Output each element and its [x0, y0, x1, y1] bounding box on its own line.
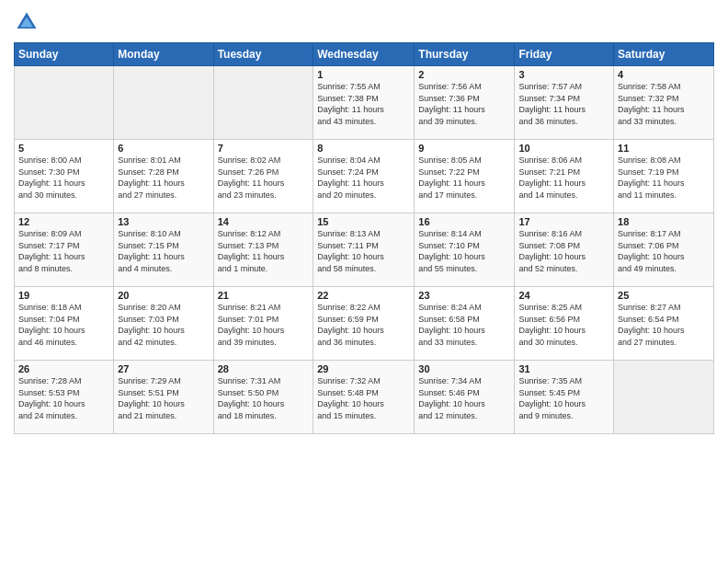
calendar-cell — [614, 361, 714, 434]
day-number: 11 — [618, 143, 710, 154]
calendar-cell: 12Sunrise: 8:09 AM Sunset: 7:17 PM Dayli… — [15, 213, 114, 287]
calendar-cell: 3Sunrise: 7:57 AM Sunset: 7:34 PM Daylig… — [515, 66, 614, 140]
day-info: Sunrise: 7:35 AM Sunset: 5:45 PM Dayligh… — [518, 375, 609, 421]
day-number: 22 — [317, 290, 410, 301]
calendar-cell: 24Sunrise: 8:25 AM Sunset: 6:56 PM Dayli… — [515, 287, 614, 361]
day-number: 6 — [118, 143, 209, 154]
day-info: Sunrise: 8:17 AM Sunset: 7:06 PM Dayligh… — [618, 228, 710, 274]
day-info: Sunrise: 7:32 AM Sunset: 5:48 PM Dayligh… — [317, 375, 410, 421]
day-info: Sunrise: 8:16 AM Sunset: 7:08 PM Dayligh… — [518, 228, 609, 274]
day-info: Sunrise: 8:21 AM Sunset: 7:01 PM Dayligh… — [218, 302, 310, 348]
day-number: 2 — [418, 69, 510, 80]
weekday-header-row: SundayMondayTuesdayWednesdayThursdayFrid… — [15, 43, 714, 66]
week-row-1: 1Sunrise: 7:55 AM Sunset: 7:38 PM Daylig… — [15, 66, 714, 140]
weekday-header-tuesday: Tuesday — [213, 43, 313, 66]
day-info: Sunrise: 7:31 AM Sunset: 5:50 PM Dayligh… — [218, 375, 310, 421]
calendar-cell: 17Sunrise: 8:16 AM Sunset: 7:08 PM Dayli… — [515, 213, 614, 287]
week-row-2: 5Sunrise: 8:00 AM Sunset: 7:30 PM Daylig… — [15, 140, 714, 213]
page: SundayMondayTuesdayWednesdayThursdayFrid… — [0, 0, 728, 563]
calendar-cell — [15, 66, 114, 140]
calendar-cell: 30Sunrise: 7:34 AM Sunset: 5:46 PM Dayli… — [415, 361, 515, 434]
calendar-cell: 27Sunrise: 7:29 AM Sunset: 5:51 PM Dayli… — [114, 361, 213, 434]
calendar-cell: 5Sunrise: 8:00 AM Sunset: 7:30 PM Daylig… — [15, 140, 114, 213]
calendar-cell: 31Sunrise: 7:35 AM Sunset: 5:45 PM Dayli… — [515, 361, 614, 434]
day-number: 1 — [317, 69, 410, 80]
day-number: 28 — [218, 363, 310, 374]
day-info: Sunrise: 8:20 AM Sunset: 7:03 PM Dayligh… — [118, 302, 209, 348]
day-number: 16 — [418, 216, 510, 227]
day-number: 29 — [317, 363, 410, 374]
calendar-cell: 21Sunrise: 8:21 AM Sunset: 7:01 PM Dayli… — [213, 287, 313, 361]
calendar-cell: 28Sunrise: 7:31 AM Sunset: 5:50 PM Dayli… — [213, 361, 313, 434]
calendar-table: SundayMondayTuesdayWednesdayThursdayFrid… — [14, 42, 714, 434]
day-number: 9 — [418, 143, 510, 154]
day-number: 8 — [317, 143, 410, 154]
calendar-cell: 22Sunrise: 8:22 AM Sunset: 6:59 PM Dayli… — [313, 287, 415, 361]
day-number: 31 — [518, 363, 609, 374]
week-row-5: 26Sunrise: 7:28 AM Sunset: 5:53 PM Dayli… — [15, 361, 714, 434]
day-info: Sunrise: 7:28 AM Sunset: 5:53 PM Dayligh… — [18, 375, 109, 421]
weekday-header-wednesday: Wednesday — [313, 43, 415, 66]
day-number: 3 — [518, 69, 609, 80]
calendar-cell: 6Sunrise: 8:01 AM Sunset: 7:28 PM Daylig… — [114, 140, 213, 213]
weekday-header-thursday: Thursday — [415, 43, 515, 66]
day-info: Sunrise: 8:14 AM Sunset: 7:10 PM Dayligh… — [418, 228, 510, 274]
header — [14, 9, 714, 35]
week-row-4: 19Sunrise: 8:18 AM Sunset: 7:04 PM Dayli… — [15, 287, 714, 361]
weekday-header-monday: Monday — [114, 43, 213, 66]
day-number: 7 — [218, 143, 310, 154]
weekday-header-saturday: Saturday — [614, 43, 714, 66]
day-info: Sunrise: 8:18 AM Sunset: 7:04 PM Dayligh… — [18, 302, 109, 348]
day-number: 10 — [518, 143, 609, 154]
day-info: Sunrise: 7:34 AM Sunset: 5:46 PM Dayligh… — [418, 375, 510, 421]
day-number: 25 — [618, 290, 710, 301]
day-number: 26 — [18, 363, 109, 374]
calendar-cell: 8Sunrise: 8:04 AM Sunset: 7:24 PM Daylig… — [313, 140, 415, 213]
day-info: Sunrise: 7:56 AM Sunset: 7:36 PM Dayligh… — [418, 81, 510, 127]
calendar-cell: 25Sunrise: 8:27 AM Sunset: 6:54 PM Dayli… — [614, 287, 714, 361]
calendar-cell: 20Sunrise: 8:20 AM Sunset: 7:03 PM Dayli… — [114, 287, 213, 361]
logo-icon — [14, 9, 40, 35]
calendar-cell — [213, 66, 313, 140]
calendar-cell: 9Sunrise: 8:05 AM Sunset: 7:22 PM Daylig… — [415, 140, 515, 213]
day-number: 12 — [18, 216, 109, 227]
calendar-cell: 2Sunrise: 7:56 AM Sunset: 7:36 PM Daylig… — [415, 66, 515, 140]
calendar-cell: 23Sunrise: 8:24 AM Sunset: 6:58 PM Dayli… — [415, 287, 515, 361]
day-info: Sunrise: 8:02 AM Sunset: 7:26 PM Dayligh… — [218, 155, 310, 201]
day-info: Sunrise: 7:29 AM Sunset: 5:51 PM Dayligh… — [118, 375, 209, 421]
logo — [14, 9, 43, 35]
day-number: 17 — [518, 216, 609, 227]
day-number: 20 — [118, 290, 209, 301]
day-info: Sunrise: 8:10 AM Sunset: 7:15 PM Dayligh… — [118, 228, 209, 274]
day-number: 15 — [317, 216, 410, 227]
calendar-cell: 1Sunrise: 7:55 AM Sunset: 7:38 PM Daylig… — [313, 66, 415, 140]
calendar-cell: 18Sunrise: 8:17 AM Sunset: 7:06 PM Dayli… — [614, 213, 714, 287]
day-info: Sunrise: 8:27 AM Sunset: 6:54 PM Dayligh… — [618, 302, 710, 348]
day-info: Sunrise: 8:22 AM Sunset: 6:59 PM Dayligh… — [317, 302, 410, 348]
day-info: Sunrise: 8:25 AM Sunset: 6:56 PM Dayligh… — [518, 302, 609, 348]
day-number: 24 — [518, 290, 609, 301]
day-number: 30 — [418, 363, 510, 374]
day-number: 23 — [418, 290, 510, 301]
day-info: Sunrise: 8:05 AM Sunset: 7:22 PM Dayligh… — [418, 155, 510, 201]
day-info: Sunrise: 8:08 AM Sunset: 7:19 PM Dayligh… — [618, 155, 710, 201]
day-info: Sunrise: 8:09 AM Sunset: 7:17 PM Dayligh… — [18, 228, 109, 274]
weekday-header-sunday: Sunday — [15, 43, 114, 66]
weekday-header-friday: Friday — [515, 43, 614, 66]
day-info: Sunrise: 8:24 AM Sunset: 6:58 PM Dayligh… — [418, 302, 510, 348]
day-info: Sunrise: 8:13 AM Sunset: 7:11 PM Dayligh… — [317, 228, 410, 274]
day-number: 13 — [118, 216, 209, 227]
day-info: Sunrise: 8:00 AM Sunset: 7:30 PM Dayligh… — [18, 155, 109, 201]
day-number: 19 — [18, 290, 109, 301]
calendar-cell: 15Sunrise: 8:13 AM Sunset: 7:11 PM Dayli… — [313, 213, 415, 287]
day-info: Sunrise: 8:01 AM Sunset: 7:28 PM Dayligh… — [118, 155, 209, 201]
day-info: Sunrise: 8:06 AM Sunset: 7:21 PM Dayligh… — [518, 155, 609, 201]
calendar-cell: 13Sunrise: 8:10 AM Sunset: 7:15 PM Dayli… — [114, 213, 213, 287]
calendar-cell — [114, 66, 213, 140]
day-info: Sunrise: 7:58 AM Sunset: 7:32 PM Dayligh… — [618, 81, 710, 127]
calendar-cell: 29Sunrise: 7:32 AM Sunset: 5:48 PM Dayli… — [313, 361, 415, 434]
calendar-cell: 11Sunrise: 8:08 AM Sunset: 7:19 PM Dayli… — [614, 140, 714, 213]
calendar-cell: 16Sunrise: 8:14 AM Sunset: 7:10 PM Dayli… — [415, 213, 515, 287]
calendar-cell: 14Sunrise: 8:12 AM Sunset: 7:13 PM Dayli… — [213, 213, 313, 287]
calendar-cell: 26Sunrise: 7:28 AM Sunset: 5:53 PM Dayli… — [15, 361, 114, 434]
